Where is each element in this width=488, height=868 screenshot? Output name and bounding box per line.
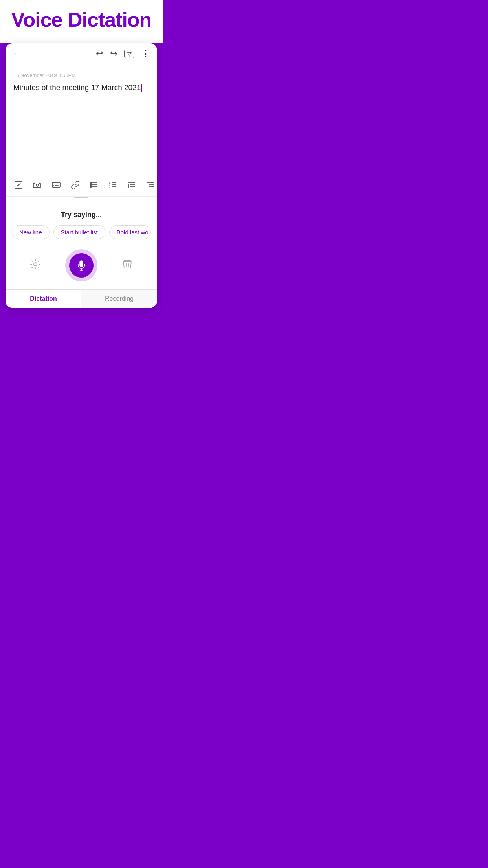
purple-bg-filler <box>0 308 163 324</box>
note-text[interactable]: Minutes of the meeting 17 March 2021 <box>13 82 149 94</box>
numbered-list-btn[interactable]: 1 2 3 <box>105 177 120 192</box>
svg-point-29 <box>34 263 37 266</box>
back-button[interactable]: ← <box>13 49 21 59</box>
suggestion-bullet-list[interactable]: Start bullet list <box>53 225 105 239</box>
bottom-controls <box>6 245 157 289</box>
camera-format-btn[interactable] <box>30 177 45 192</box>
svg-point-15 <box>90 186 92 188</box>
checkbox-format-btn[interactable] <box>11 177 26 192</box>
link-format-btn[interactable] <box>68 177 83 192</box>
format-toolbar: 1 2 3 <box>6 173 157 197</box>
mic-button[interactable] <box>65 249 97 281</box>
page-wrapper: Voice Dictation ← ↩ ↪ ▽ ⋮ 15 November 20… <box>0 0 163 324</box>
try-saying-label: Try saying... <box>6 204 157 224</box>
indent-right-btn[interactable] <box>143 177 157 192</box>
tab-bar: Dictation Recording <box>6 289 157 308</box>
eraser-button[interactable]: ▽ <box>124 50 134 58</box>
undo-button[interactable]: ↩ <box>96 49 103 59</box>
settings-button[interactable] <box>29 258 41 273</box>
mic-button-inner <box>69 253 94 278</box>
svg-text:3: 3 <box>109 186 110 188</box>
bullet-list-btn[interactable] <box>86 177 101 192</box>
keyboard-format-btn[interactable] <box>49 177 64 192</box>
app-title: Voice Dictation <box>0 8 163 31</box>
note-content: Minutes of the meeting 17 March 2021 <box>13 83 141 92</box>
text-cursor <box>141 84 142 92</box>
toolbar-right: ↩ ↪ ▽ ⋮ <box>96 49 150 59</box>
card-toolbar: ← ↩ ↪ ▽ ⋮ <box>6 43 157 63</box>
suggestions-row: New line Start bullet list Bold last wo.… <box>6 224 157 245</box>
suggestion-new-line[interactable]: New line <box>12 225 50 239</box>
svg-point-11 <box>90 182 92 184</box>
svg-rect-2 <box>52 182 60 187</box>
svg-point-13 <box>90 184 92 186</box>
svg-point-1 <box>36 184 39 186</box>
note-date: 15 November 2019 3:55PM <box>13 68 149 78</box>
title-area: Voice Dictation <box>0 0 163 43</box>
tab-dictation[interactable]: Dictation <box>6 290 81 308</box>
main-card: ← ↩ ↪ ▽ ⋮ 15 November 2019 3:55PM Minute… <box>6 43 157 308</box>
more-button[interactable]: ⋮ <box>141 49 150 59</box>
delete-button[interactable] <box>121 258 133 273</box>
drag-handle[interactable] <box>74 197 88 198</box>
note-area[interactable]: 15 November 2019 3:55PM Minutes of the m… <box>6 63 157 173</box>
mic-icon <box>76 260 87 271</box>
redo-button[interactable]: ↪ <box>110 49 117 59</box>
voice-panel: Try saying... New line Start bullet list… <box>6 197 157 308</box>
indent-left-btn[interactable] <box>124 177 139 192</box>
tab-recording[interactable]: Recording <box>81 290 157 308</box>
suggestion-bold[interactable]: Bold last wo... <box>109 225 151 239</box>
